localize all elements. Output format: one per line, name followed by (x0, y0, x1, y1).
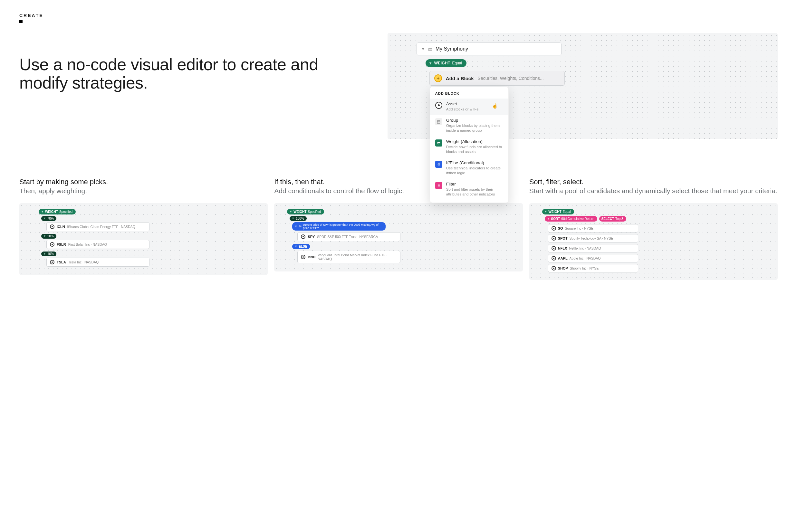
asset-row[interactable]: BNDVanguard Total Bond Market Index Fund… (297, 251, 401, 263)
sort-label: SORT (551, 217, 560, 221)
asset-icon (50, 225, 54, 229)
percent-pill[interactable]: ▼10% (41, 251, 56, 256)
root-name: My Symphony (435, 46, 468, 52)
asset-row[interactable]: NFLXNetflix Inc · NASDAQ (548, 244, 638, 252)
ifelse-icon: ⇵ (435, 161, 442, 168)
select-pill[interactable]: SELECT Top 3 (599, 216, 626, 222)
dd-title: Weight (Allocation) (446, 139, 503, 144)
asset-name: iShares Global Clean Energy ETF · NASDAQ (67, 225, 135, 229)
dd-desc: Sort and filter assets by their attribut… (446, 187, 503, 197)
if-pill[interactable]: ▼ IF current price of SPY is greater tha… (292, 222, 386, 231)
asset-icon (552, 246, 556, 250)
dd-title: If/Else (Conditional) (446, 160, 503, 165)
asset-name: Shopify Inc · NYSE (570, 266, 598, 270)
feature-filter: Sort, filter, select. Start with a pool … (529, 178, 778, 280)
asset-icon (301, 234, 305, 239)
dd-desc: Add stocks or ETFs (446, 107, 478, 112)
dropdown-item-weight[interactable]: ⇄ Weight (Allocation) Decide how funds a… (430, 136, 508, 157)
asset-name: Square Inc · NYSE (565, 226, 593, 230)
chevron-down-icon: ▼ (43, 234, 46, 238)
dropdown-item-ifelse[interactable]: ⇵ If/Else (Conditional) Use technical in… (430, 157, 508, 179)
dropdown-item-asset[interactable]: Asset Add stocks or ETFs ☝ (430, 98, 508, 115)
asset-row[interactable]: TSLATesla Inc · NASDAQ (47, 258, 149, 267)
chevron-down-icon: ▼ (294, 245, 297, 248)
ticker: BND (308, 255, 315, 259)
weight-label: WEIGHT (294, 210, 307, 213)
add-block-placeholder: Securities, Weights, Conditions... (478, 76, 544, 81)
mini-canvas: ▼ WEIGHT Specified ▼70% ICLNiShares Glob… (19, 203, 268, 275)
else-label: ELSE (299, 245, 307, 248)
percent-pill[interactable]: ▼20% (41, 234, 56, 239)
mini-canvas: ▼ WEIGHT Equal ▼ SORT 90d Cumulative Ret… (529, 203, 778, 280)
dd-desc: Decide how funds are allocated to blocks… (446, 145, 503, 155)
asset-icon (301, 255, 305, 259)
asset-row[interactable]: SHOPShopify Inc · NYSE (548, 264, 638, 272)
asset-name: Vanguard Total Bond Market Index Fund ET… (318, 253, 397, 261)
filter-icon: ≡ (435, 182, 442, 189)
asset-icon (435, 102, 442, 109)
if-condition: current price of SPY is greater than the… (303, 223, 383, 230)
dd-title: Group (446, 118, 503, 123)
add-block-dropdown: ADD BLOCK Asset Add stocks or ETFs ☝ ▤ G… (430, 87, 509, 203)
chevron-down-icon: ▼ (41, 210, 44, 213)
mini-canvas: ▼ WEIGHT Specified ▼100% ▼ IF current pr… (274, 203, 522, 271)
weight-pill[interactable]: ▼ WEIGHT Equal (426, 59, 466, 67)
group-icon: ▤ (435, 118, 442, 125)
chevron-down-icon: ▼ (43, 217, 46, 220)
asset-row[interactable]: FSLRFirst Solar, Inc · NASDAQ (47, 240, 149, 249)
weight-pill[interactable]: ▼ WEIGHT Specified (39, 209, 76, 214)
sort-value: 90d Cumulative Return (561, 217, 594, 221)
pct: 100% (296, 217, 304, 220)
ticker: SQ (558, 226, 563, 230)
chevron-down-icon: ▼ (294, 225, 297, 228)
select-value: Top 3 (615, 217, 623, 221)
asset-icon (552, 226, 556, 231)
weight-label: WEIGHT (549, 210, 561, 213)
chevron-down-icon: ▼ (43, 252, 46, 255)
ticker: FSLR (57, 243, 66, 246)
add-block-label: Add a Block (446, 76, 474, 81)
root-node[interactable]: ▼ ▤ My Symphony (416, 42, 561, 55)
dropdown-item-group[interactable]: ▤ Group Organize blocks by placing them … (430, 115, 508, 136)
section-label: CREATE (19, 13, 778, 18)
feature-subtitle: Start with a pool of candidates and dyna… (529, 187, 778, 195)
dd-desc: Organize blocks by placing them inside a… (446, 124, 503, 133)
weight-mode: Specified (308, 210, 321, 213)
weight-pill[interactable]: ▼ WEIGHT Specified (287, 209, 324, 214)
asset-row[interactable]: ICLNiShares Global Clean Energy ETF · NA… (47, 222, 149, 231)
stack-icon: ▤ (428, 46, 432, 52)
asset-icon (50, 260, 54, 264)
asset-row[interactable]: AAPLApple Inc · NASDAQ (548, 254, 638, 263)
chevron-down-icon: ▼ (292, 217, 294, 220)
chevron-down-icon: ▼ (289, 210, 292, 213)
asset-name: Spotify Techology SA · NYSE (570, 236, 613, 240)
sort-pill[interactable]: ▼ SORT 90d Cumulative Return (545, 216, 597, 222)
asset-name: First Solar, Inc · NASDAQ (68, 243, 107, 246)
weight-label: WEIGHT (45, 210, 58, 213)
else-pill[interactable]: ▼ ELSE (292, 244, 310, 249)
percent-pill[interactable]: ▼70% (41, 216, 56, 221)
weight-mode: Equal (563, 210, 571, 213)
pct: 20% (48, 234, 54, 238)
asset-name: SPDR S&P 500 ETF Trust · NYSEARCA (317, 235, 378, 239)
section-square (19, 20, 22, 23)
ticker: AAPL (558, 256, 568, 260)
asset-name: Apple Inc · NASDAQ (570, 256, 601, 260)
chevron-down-icon: ▼ (544, 210, 547, 213)
ticker: SPY (308, 235, 315, 239)
weight-mode: Equal (452, 61, 462, 65)
asset-row[interactable]: SQSquare Inc · NYSE (548, 224, 638, 232)
add-block-row[interactable]: + Add a Block Securities, Weights, Condi… (429, 71, 565, 86)
editor-canvas: ▼ ▤ My Symphony ▼ WEIGHT Equal + Add a B… (388, 33, 778, 139)
dd-title: Asset (446, 101, 478, 106)
asset-row[interactable]: SPOTSpotify Techology SA · NYSE (548, 234, 638, 243)
weight-pill[interactable]: ▼ WEIGHT Equal (542, 209, 574, 214)
feature-subtitle: Then, apply weighting. (19, 187, 268, 195)
ticker: SHOP (558, 266, 568, 270)
chevron-down-icon: ▼ (429, 61, 432, 65)
asset-row[interactable]: SPYSPDR S&P 500 ETF Trust · NYSEARCA (297, 232, 401, 241)
feature-title: Start by making some picks. (19, 178, 268, 186)
dropdown-item-filter[interactable]: ≡ Filter Sort and filter assets by their… (430, 179, 508, 200)
plus-icon: + (434, 74, 442, 82)
percent-pill[interactable]: ▼100% (290, 216, 307, 221)
